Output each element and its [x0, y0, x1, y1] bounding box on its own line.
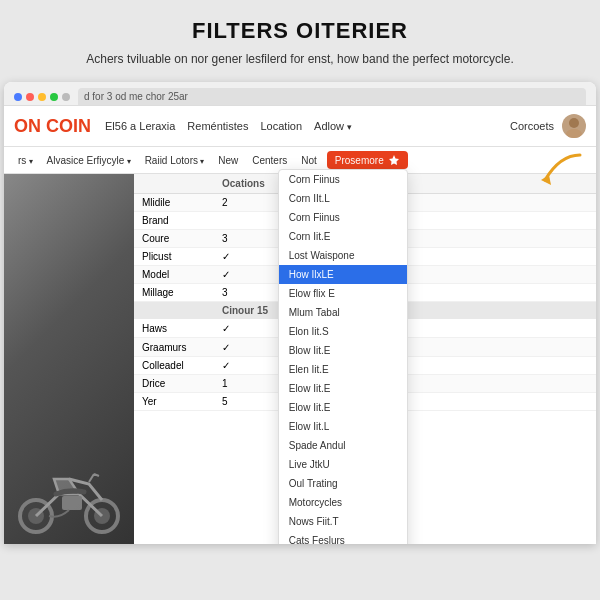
browser-chrome: d for 3 od me chor 25ar	[4, 82, 596, 106]
site-nav-right: Corcoets	[510, 114, 586, 138]
sec-nav-centers[interactable]: Centers	[248, 153, 291, 168]
sec-nav-new[interactable]: New	[214, 153, 242, 168]
dropdown-item-12[interactable]: Elow Iit.E	[279, 398, 407, 417]
row-val1: 1	[222, 378, 282, 389]
row-val1: 3	[222, 287, 282, 298]
traffic-light-green	[50, 93, 58, 101]
row-label: Brand	[142, 215, 222, 226]
dropdown-item-10[interactable]: Elen Iit.E	[279, 360, 407, 379]
row-label: Mlidile	[142, 197, 222, 208]
left-image	[4, 174, 134, 544]
svg-rect-8	[62, 496, 82, 510]
star-icon	[388, 154, 400, 166]
row-label: Haws	[142, 323, 222, 334]
row-val1: ✓	[222, 342, 282, 353]
row-label: Drice	[142, 378, 222, 389]
dropdown-item-14[interactable]: Spade Andul	[279, 436, 407, 455]
row-val1: 2	[222, 197, 282, 208]
row-label: Yer	[142, 396, 222, 407]
page-subtitle: Achers tviluable on nor gener lesfilerd …	[20, 50, 580, 68]
browser-window: d for 3 od me chor 25ar ON COIN El56 a L…	[4, 82, 596, 544]
traffic-light-gray	[62, 93, 70, 101]
browser-tab[interactable]: d for 3 od me chor 25ar	[78, 88, 586, 105]
nav-adlow[interactable]: Adlow	[314, 120, 351, 132]
row-val1: ✓	[222, 269, 282, 280]
dropdown-menu: Corn Fiinus Corn IIt.L Corn Fiinus Corn …	[278, 169, 408, 544]
dropdown-item-13[interactable]: Elow Iit.L	[279, 417, 407, 436]
col-ocations: Ocations	[222, 178, 282, 189]
motorcycle-svg	[14, 464, 124, 534]
nav-corcoets[interactable]: Corcoets	[510, 120, 554, 132]
top-section: FILTERS OITERIER Achers tviluable on nor…	[0, 0, 600, 82]
dropdown-item-2[interactable]: Corn Fiinus	[279, 208, 407, 227]
avatar[interactable]	[562, 114, 586, 138]
row-val1: ✓	[222, 360, 282, 371]
dropdown-item-4[interactable]: Lost Waispone	[279, 246, 407, 265]
row-val1: 3	[222, 233, 282, 244]
dropdown-item-8[interactable]: Elon Iit.S	[279, 322, 407, 341]
svg-marker-2	[389, 155, 399, 165]
dropdown-item-1[interactable]: Corn IIt.L	[279, 189, 407, 208]
nav-location[interactable]: Location	[260, 120, 302, 132]
dropdown-item-0[interactable]: Corn Fiinus	[279, 170, 407, 189]
site-logo[interactable]: ON COIN	[14, 116, 91, 137]
sec-nav-rs[interactable]: rs	[14, 153, 37, 168]
secondary-nav: rs Alvasice Erfiycyle Raiid Lotors New C…	[4, 147, 596, 174]
row-label: Colleadel	[142, 360, 222, 371]
site-nav: El56 a Leraxia Reméntistes Location Adlo…	[105, 120, 500, 132]
section-label	[142, 305, 222, 316]
traffic-light-red	[26, 93, 34, 101]
traffic-lights	[14, 93, 70, 101]
prosemore-dropdown[interactable]: Prosemore Corn Fiinus Corn IIt.L Corn Fi…	[327, 151, 408, 169]
sec-nav-raiid[interactable]: Raiid Lotors	[141, 153, 209, 168]
dropdown-item-3[interactable]: Corn Iit.E	[279, 227, 407, 246]
dropdown-item-9[interactable]: Blow Iit.E	[279, 341, 407, 360]
motorcycle-image	[4, 174, 134, 544]
col-label	[142, 178, 222, 189]
dropdown-item-15[interactable]: Live JtkU	[279, 455, 407, 474]
dropdown-item-11[interactable]: Elow Iit.E	[279, 379, 407, 398]
row-label: Graamurs	[142, 342, 222, 353]
row-label: Plicust	[142, 251, 222, 262]
page-title: FILTERS OITERIER	[20, 18, 580, 44]
nav-el56[interactable]: El56 a Leraxia	[105, 120, 175, 132]
svg-point-1	[566, 129, 582, 138]
sec-nav-alvasice[interactable]: Alvasice Erfiycyle	[43, 153, 135, 168]
sec-nav-not[interactable]: Not	[297, 153, 321, 168]
row-val1: ✓	[222, 251, 282, 262]
traffic-light-blue	[14, 93, 22, 101]
dropdown-item-7[interactable]: Mlum Tabal	[279, 303, 407, 322]
row-val1: ✓	[222, 323, 282, 334]
row-label: Coure	[142, 233, 222, 244]
site-header: ON COIN El56 a Leraxia Reméntistes Locat…	[4, 106, 596, 147]
tab-label: d for 3 od me chor 25ar	[84, 91, 188, 102]
dropdown-item-16[interactable]: Oul Trating	[279, 474, 407, 493]
nav-rementistes[interactable]: Reméntistes	[187, 120, 248, 132]
dropdown-item-19[interactable]: Cats Feslurs	[279, 531, 407, 544]
dropdown-item-18[interactable]: Nows Fiit.T	[279, 512, 407, 531]
prosemore-button[interactable]: Prosemore	[327, 151, 408, 169]
dropdown-item-17[interactable]: Motorcycles	[279, 493, 407, 512]
row-val1: 5	[222, 396, 282, 407]
dropdown-item-5[interactable]: How IlxLE	[279, 265, 407, 284]
row-label: Model	[142, 269, 222, 280]
svg-point-0	[569, 118, 579, 128]
row-label: Millage	[142, 287, 222, 298]
section-cinour: Cinour 15	[222, 305, 282, 316]
traffic-light-yellow	[38, 93, 46, 101]
dropdown-item-6[interactable]: Elow flix E	[279, 284, 407, 303]
